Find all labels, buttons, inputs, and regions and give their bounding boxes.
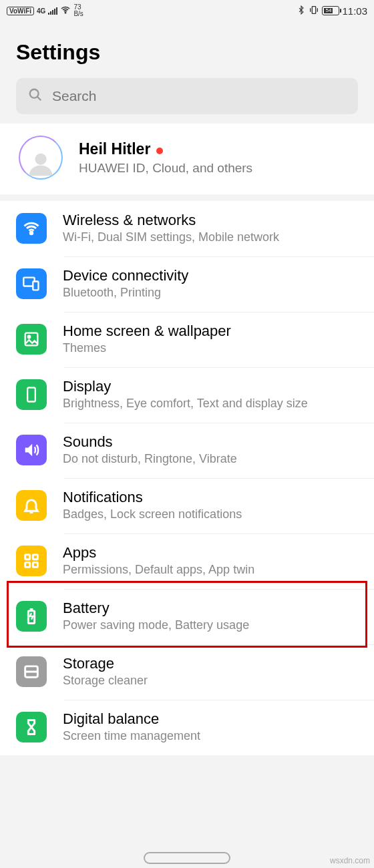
row-title: Display <box>63 378 361 395</box>
settings-list: Wireless & networks Wi-Fi, Dual SIM sett… <box>0 201 374 755</box>
signal-icon <box>48 7 57 15</box>
page-title: Settings <box>16 40 358 65</box>
svg-rect-12 <box>25 562 30 567</box>
wifi-icon <box>16 213 47 244</box>
profile-sub: HUAWEI ID, Cloud, and others <box>79 161 361 176</box>
profile-row[interactable]: Heil Hitler HUAWEI ID, Cloud, and others <box>0 124 374 194</box>
bluetooth-icon <box>297 5 306 17</box>
row-sub: Power saving mode, Battery usage <box>63 618 361 632</box>
row-title: Home screen & wallpaper <box>63 322 361 340</box>
row-title: Device connectivity <box>63 267 361 284</box>
battery-icon: 54 <box>322 6 339 15</box>
row-title: Storage <box>63 655 361 672</box>
svg-rect-11 <box>33 554 37 559</box>
nav-pill-icon <box>144 852 230 864</box>
status-bar: VoWiFi 4G 73 B/s 54 11:03 <box>0 0 374 21</box>
svg-point-3 <box>35 154 46 165</box>
svg-rect-6 <box>33 281 38 290</box>
network-label: 4G <box>37 7 45 15</box>
row-title: Sounds <box>63 433 361 451</box>
profile-name: Heil Hitler <box>79 140 150 158</box>
status-left: VoWiFi 4G 73 B/s <box>7 4 83 17</box>
svg-point-8 <box>28 335 31 338</box>
page-header: Settings <box>0 21 374 78</box>
row-title: Battery <box>63 600 361 617</box>
sound-icon <box>16 435 47 465</box>
svg-rect-10 <box>25 554 30 559</box>
storage-icon <box>16 656 47 687</box>
svg-rect-7 <box>25 333 38 345</box>
svg-rect-9 <box>27 387 35 401</box>
row-notifications[interactable]: Notifications Badges, Lock screen notifi… <box>0 478 374 533</box>
notification-dot-icon <box>156 148 163 154</box>
bell-icon <box>16 490 47 521</box>
row-sub: Screen time management <box>63 729 361 743</box>
watermark: wsxdn.com <box>330 856 370 865</box>
svg-rect-13 <box>33 562 37 567</box>
row-title: Digital balance <box>63 710 361 728</box>
profile-text: Heil Hitler HUAWEI ID, Cloud, and others <box>79 140 361 176</box>
display-icon <box>16 379 47 410</box>
search-icon <box>28 87 43 105</box>
wifi-status-icon <box>60 5 71 17</box>
vibrate-icon <box>309 5 319 17</box>
row-sub: Do not disturb, Ringtone, Vibrate <box>63 452 361 466</box>
row-home-wallpaper[interactable]: Home screen & wallpaper Themes <box>0 312 374 367</box>
row-sub: Storage cleaner <box>63 674 361 688</box>
status-right: 54 11:03 <box>297 5 367 17</box>
row-digital-balance[interactable]: Digital balance Screen time management <box>0 700 374 755</box>
row-device-connectivity[interactable]: Device connectivity Bluetooth, Printing <box>0 256 374 312</box>
row-title: Wireless & networks <box>63 212 361 229</box>
row-apps[interactable]: Apps Permissions, Default apps, App twin <box>0 533 374 589</box>
net-speed: 73 B/s <box>73 4 83 17</box>
row-sounds[interactable]: Sounds Do not disturb, Ringtone, Vibrate <box>0 423 374 478</box>
row-sub: Brightness, Eye comfort, Text and displa… <box>63 397 361 411</box>
row-sub: Bluetooth, Printing <box>63 286 361 300</box>
gesture-nav-bar[interactable] <box>0 852 374 864</box>
vowifi-badge: VoWiFi <box>7 7 34 15</box>
battery-icon <box>16 601 47 632</box>
row-sub: Badges, Lock screen notifications <box>63 507 361 521</box>
row-wireless[interactable]: Wireless & networks Wi-Fi, Dual SIM sett… <box>0 201 374 256</box>
row-sub: Wi-Fi, Dual SIM settings, Mobile network <box>63 230 361 244</box>
wallpaper-icon <box>16 324 47 355</box>
apps-icon <box>16 546 47 576</box>
row-sub: Themes <box>63 341 361 355</box>
row-title: Notifications <box>63 489 361 506</box>
clock: 11:03 <box>342 5 367 17</box>
svg-point-2 <box>30 89 39 98</box>
svg-point-4 <box>30 232 33 234</box>
row-sub: Permissions, Default apps, App twin <box>63 563 361 577</box>
search-input[interactable] <box>52 88 346 104</box>
row-title: Apps <box>63 544 361 562</box>
row-battery[interactable]: Battery Power saving mode, Battery usage <box>0 589 374 644</box>
row-storage[interactable]: Storage Storage cleaner <box>0 644 374 700</box>
search-bar[interactable] <box>16 78 358 114</box>
avatar <box>19 136 63 180</box>
svg-point-0 <box>65 12 66 13</box>
devices-icon <box>16 268 47 299</box>
hourglass-icon <box>16 712 47 742</box>
row-display[interactable]: Display Brightness, Eye comfort, Text an… <box>0 367 374 423</box>
svg-rect-1 <box>313 6 316 13</box>
